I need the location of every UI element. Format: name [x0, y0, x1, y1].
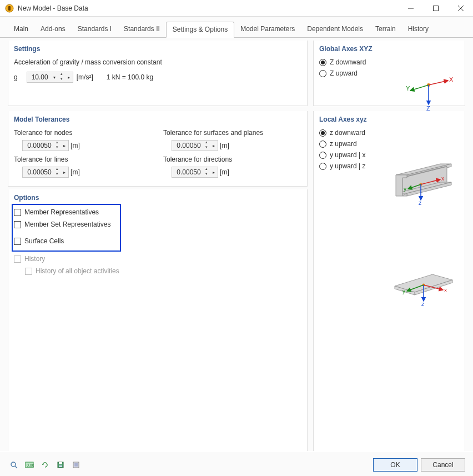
local-z-downward-radio[interactable]: [319, 129, 326, 137]
ok-button[interactable]: OK: [373, 458, 417, 472]
svg-text:y: y: [402, 288, 405, 294]
svg-text:Y: Y: [406, 85, 410, 92]
local-y-upward-z-radio[interactable]: [319, 163, 326, 170]
tab-standards-1[interactable]: Standards I: [72, 22, 118, 38]
g-symbol: g: [14, 73, 18, 81]
titlebar: New Model - Base Data: [0, 0, 473, 17]
svg-rect-1: [8, 6, 11, 11]
lines-unit: [m]: [71, 168, 80, 176]
kn-equation: 1 kN = 100.0 kg: [107, 73, 153, 81]
directions-unit: [m]: [220, 168, 229, 176]
tab-main[interactable]: Main: [8, 22, 34, 38]
lines-step-buttons[interactable]: ▲▼: [54, 167, 61, 177]
local-y-upward-z-label: y upward | z: [330, 162, 365, 170]
save-icon-button[interactable]: [54, 459, 67, 471]
member-reps-checkbox[interactable]: [14, 209, 21, 216]
ok-button-label: OK: [390, 461, 400, 469]
nodes-step-buttons[interactable]: ▲▼: [54, 141, 61, 151]
local-axes-heading: Local Axes xyz: [319, 116, 459, 123]
svg-text:x: x: [441, 176, 444, 182]
gravity-dropdown-icon[interactable]: ▾: [51, 75, 58, 80]
gravity-label: Acceleration of gravity / mass conversio…: [14, 58, 301, 66]
z-downward-radio[interactable]: [319, 59, 326, 66]
svg-rect-3: [433, 6, 438, 11]
surfaces-label: Tolerance for surfaces and planes: [163, 129, 301, 137]
gravity-menu-icon[interactable]: ▸: [65, 75, 73, 80]
precision-icon-button[interactable]: 0,00: [23, 459, 36, 471]
options-heading: Options: [14, 194, 301, 202]
tab-dependent-models[interactable]: Dependent Models: [301, 22, 369, 38]
member-set-reps-checkbox[interactable]: [14, 221, 21, 228]
tab-standards-2[interactable]: Standards II: [118, 22, 166, 38]
svg-text:z: z: [421, 301, 424, 307]
lines-spinner[interactable]: 0.00050 ▲▼ ▸: [22, 167, 68, 178]
tab-addons[interactable]: Add-ons: [34, 22, 72, 38]
svg-rect-43: [59, 462, 62, 464]
surfaces-value: 0.00050: [172, 142, 203, 149]
directions-menu-icon[interactable]: ▸: [210, 170, 218, 175]
svg-text:z: z: [419, 200, 421, 206]
svg-line-7: [429, 81, 448, 85]
local-y-upward-x-radio[interactable]: [319, 152, 326, 159]
svg-text:x: x: [444, 287, 447, 293]
tabstrip: Main Add-ons Standards I Standards II Se…: [0, 17, 473, 38]
list-icon-button[interactable]: [70, 459, 82, 471]
tab-terrain[interactable]: Terrain: [369, 22, 402, 38]
surface-cells-checkbox[interactable]: [14, 238, 21, 245]
refresh-icon-button[interactable]: [39, 459, 51, 471]
gravity-unit: [m/s²]: [77, 73, 93, 81]
history-all-objects-checkbox: [25, 268, 32, 275]
history-all-objects-label: History of all object activities: [36, 267, 119, 275]
global-axes-panel: Global Axes XYZ Z downward Z upward X: [313, 41, 465, 106]
close-button[interactable]: [448, 0, 473, 17]
nodes-spinner[interactable]: 0.00050 ▲▼ ▸: [22, 140, 68, 151]
nodes-unit: [m]: [71, 142, 80, 149]
member-set-reps-label: Member Set Representatives: [24, 221, 110, 228]
z-upward-radio[interactable]: [319, 70, 326, 77]
window-title: New Model - Base Data: [18, 4, 88, 12]
local-z-downward-label: z downward: [330, 129, 365, 137]
svg-text:X: X: [449, 76, 454, 83]
directions-step-buttons[interactable]: ▲▼: [203, 167, 210, 177]
tab-settings-options[interactable]: Settings & Options: [166, 22, 234, 38]
gravity-step-buttons[interactable]: ▲▼: [58, 72, 65, 82]
tolerances-panel: Model Tolerances Tolerance for nodes 0.0…: [8, 111, 308, 187]
surfaces-menu-icon[interactable]: ▸: [210, 143, 218, 148]
gravity-value: 10.00: [27, 73, 51, 81]
search-icon-button[interactable]: [8, 459, 20, 471]
directions-value: 0.00050: [172, 168, 203, 176]
svg-line-38: [15, 466, 17, 468]
nodes-menu-icon[interactable]: ▸: [61, 143, 68, 148]
history-checkbox: [14, 255, 21, 263]
local-z-upward-label: z upward: [330, 140, 357, 148]
options-panel: Options Member Representatives Member Se…: [8, 189, 308, 451]
cancel-button[interactable]: Cancel: [421, 458, 465, 472]
gravity-spinner[interactable]: 10.00 ▾ ▲▼ ▸: [27, 72, 73, 83]
z-downward-label: Z downward: [330, 58, 366, 66]
maximize-button[interactable]: [423, 0, 448, 17]
app-icon: [4, 3, 14, 13]
lines-value: 0.00050: [23, 168, 53, 176]
tolerances-heading: Model Tolerances: [14, 116, 301, 123]
svg-text:0,00: 0,00: [27, 463, 34, 467]
minimize-button[interactable]: [398, 0, 423, 17]
directions-label: Tolerance for directions: [163, 156, 301, 163]
surfaces-step-buttons[interactable]: ▲▼: [203, 141, 210, 151]
local-axes-beam-diagram: x y z: [390, 161, 457, 206]
local-axes-panel: Local Axes xyz z downward z upward y upw…: [313, 111, 465, 451]
surfaces-spinner[interactable]: 0.00050 ▲▼ ▸: [172, 140, 218, 151]
global-axes-diagram: X Y Z: [404, 74, 454, 113]
local-axes-plate-diagram: x y z: [390, 267, 457, 311]
local-y-upward-x-label: y upward | x: [330, 151, 365, 159]
tab-history[interactable]: History: [402, 22, 435, 38]
lines-menu-icon[interactable]: ▸: [61, 170, 68, 175]
member-reps-label: Member Representatives: [24, 208, 99, 216]
settings-panel: Settings Acceleration of gravity / mass …: [8, 41, 308, 106]
local-z-upward-radio[interactable]: [319, 141, 326, 148]
svg-line-9: [410, 85, 429, 91]
svg-rect-44: [59, 465, 62, 467]
z-upward-label: Z upward: [330, 69, 358, 77]
surfaces-unit: [m]: [220, 142, 229, 149]
tab-model-parameters[interactable]: Model Parameters: [234, 22, 301, 38]
directions-spinner[interactable]: 0.00050 ▲▼ ▸: [172, 167, 218, 178]
